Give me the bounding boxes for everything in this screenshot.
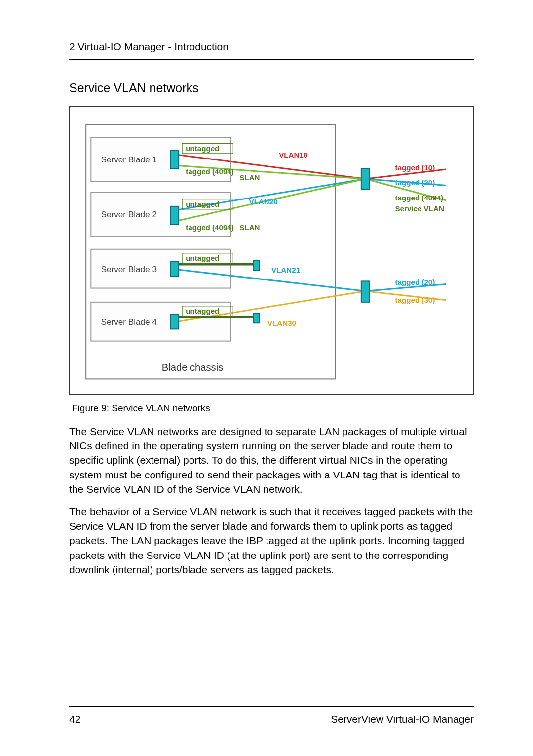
vlan20-label: VLAN20 [249, 198, 278, 206]
b3-untagged: untagged [186, 254, 219, 262]
b2-slan: SLAN [239, 224, 260, 232]
tagged20a: tagged (20) [395, 179, 435, 187]
b1-slan: SLAN [239, 174, 260, 182]
b2-tagged4094: tagged (4094) [186, 224, 234, 232]
b4-untagged: untagged [186, 307, 219, 315]
vlan21-label: VLAN21 [271, 266, 300, 275]
blade1-label: Server Blade 1 [101, 155, 156, 164]
svg-rect-29 [254, 260, 260, 270]
vlan10-label: VLAN10 [279, 151, 307, 159]
blade4-label: Server Blade 4 [101, 318, 157, 327]
figure-caption: Figure 9: Service VLAN networks [72, 402, 474, 415]
paragraph-1: The Service VLAN networks are designed t… [69, 424, 474, 497]
paragraph-2: The behavior of a Service VLAN network i… [69, 504, 474, 577]
tagged10: tagged (10) [395, 164, 435, 172]
product-name: ServerView Virtual-IO Manager [331, 712, 474, 726]
b2-untagged: untagged [186, 200, 219, 208]
tagged30: tagged (30) [395, 296, 435, 304]
vlan30-label: VLAN30 [267, 319, 296, 328]
b1-untagged: untagged [186, 144, 219, 153]
blade2-label: Server Blade 2 [101, 209, 156, 219]
svg-rect-15 [171, 206, 179, 224]
blade3-label: Server Blade 3 [101, 265, 156, 275]
page-footer: 42 ServerView Virtual-IO Manager [69, 706, 474, 726]
svg-rect-17 [361, 168, 369, 189]
page-number: 42 [69, 712, 80, 726]
chapter-header: 2 Virtual-IO Manager - Introduction [69, 40, 474, 60]
figure-9: Blade chassis Server Blade 1 Server Blad… [69, 106, 474, 395]
svg-rect-10 [171, 151, 179, 168]
svg-rect-26 [171, 314, 179, 329]
chassis-label: Blade chassis [162, 362, 224, 373]
svcvlan: Service VLAN [395, 204, 444, 213]
b1-tagged4094: tagged (4094) [186, 168, 234, 176]
service-vlan-diagram: Blade chassis Server Blade 1 Server Blad… [77, 116, 466, 385]
svg-rect-21 [171, 261, 179, 276]
svg-rect-28 [361, 281, 369, 302]
svg-rect-30 [254, 313, 260, 323]
tagged4094-uplink: tagged (4094) [395, 194, 444, 202]
section-title: Service VLAN networks [69, 80, 474, 97]
tagged20b: tagged (20) [395, 279, 435, 287]
